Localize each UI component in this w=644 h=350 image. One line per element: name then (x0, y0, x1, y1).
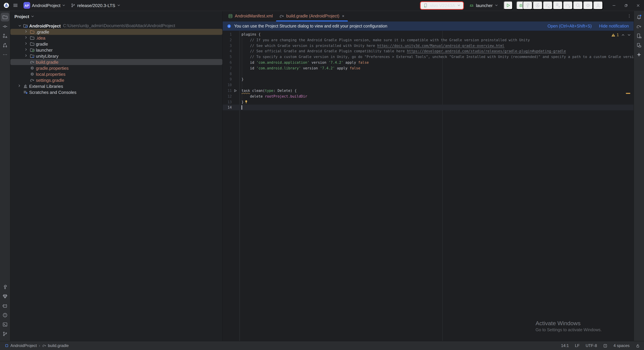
chevron-right-icon[interactable] (24, 48, 29, 52)
previous-problem-icon[interactable] (621, 33, 625, 37)
project-widget[interactable]: AP AndroidProject (22, 1, 68, 10)
banner-hide-link[interactable]: Hide notification (599, 24, 629, 28)
next-problem-icon[interactable] (627, 33, 631, 37)
tool-stripe-app-quality-insights-button[interactable] (1, 292, 10, 301)
project-view-header[interactable]: Project (10, 11, 222, 22)
tree-item-local-properties[interactable]: local.properties (10, 71, 222, 77)
breadcrumb-label: build.gradle (48, 343, 68, 348)
lock-open-icon[interactable] (636, 344, 640, 348)
tool-stripe-more-tool-windows-button[interactable] (1, 50, 10, 59)
tool-stripe-gemini-button[interactable] (634, 50, 643, 59)
gutter-line-2[interactable]: 2 (223, 37, 240, 43)
tree-item-external-libraries[interactable]: External Libraries (10, 83, 222, 89)
gutter-line-12[interactable]: 12 (223, 93, 240, 99)
gutter-line-10[interactable]: 10 (223, 82, 240, 88)
build-icon (2, 284, 8, 290)
settings-button[interactable] (583, 1, 593, 10)
code-editor[interactable]: 1plugins {2 // If you are changing the A… (223, 31, 634, 341)
tool-stripe-gradle-button[interactable] (634, 22, 643, 31)
tool-stripe-running-devices-button[interactable] (634, 31, 643, 40)
terminal-icon (2, 322, 8, 327)
run-button[interactable] (503, 1, 513, 10)
gutter-line-5[interactable]: 5 (223, 54, 240, 60)
chevron-right-icon[interactable] (24, 36, 29, 39)
tool-stripe-notifications-button[interactable] (634, 13, 643, 21)
tree-item--gradle[interactable]: .gradle (10, 29, 222, 35)
gutter-line-13[interactable]: 13 (223, 99, 240, 105)
main-menu-button[interactable] (11, 2, 20, 9)
gutter-line-4[interactable]: 4 (223, 48, 240, 54)
profiler-button[interactable] (553, 1, 563, 10)
chevron-right-icon[interactable] (24, 54, 29, 58)
code-text: } (240, 77, 244, 82)
tree-item-androidproject[interactable]: AndroidProjectC:\Users\urdp_admin\Docume… (10, 23, 222, 29)
run-configuration-selector[interactable]: launcher (467, 2, 500, 9)
tab-options-button[interactable] (627, 11, 632, 21)
gutter-line-8[interactable]: 8 (223, 71, 240, 77)
device-manager-icon (636, 42, 642, 48)
caret-position[interactable]: 14:1 (561, 343, 569, 348)
tree-item-launcher[interactable]: launcher (10, 47, 222, 53)
gutter-line-14[interactable]: 14 (223, 105, 240, 110)
tree-item-label: build.gradle (36, 59, 58, 64)
gutter-line-3[interactable]: 3 (223, 43, 240, 48)
gutter-line-6[interactable]: 6 (223, 60, 240, 65)
gutter-line-1[interactable]: 1 (223, 31, 240, 37)
tool-stripe-commit-button[interactable] (1, 22, 10, 31)
chevron-right-icon[interactable] (24, 42, 29, 46)
scrollbar-warning-mark[interactable] (626, 93, 630, 94)
build-hammer-button[interactable] (522, 1, 533, 10)
tool-stripe-build-button[interactable] (1, 283, 10, 291)
run-gutter-icon[interactable] (234, 88, 237, 94)
sync-project-button[interactable] (533, 1, 543, 10)
editor-tab-androidmanifest-xml[interactable]: AndroidManifest.xml (225, 11, 276, 21)
run-configuration-name: launcher (476, 3, 493, 8)
tree-item-build-gradle[interactable]: build.gradle (10, 59, 222, 65)
tool-stripe-version-control-button[interactable] (1, 330, 10, 338)
file-encoding[interactable]: UTF-8 (586, 343, 597, 348)
tool-stripe-project-button[interactable] (1, 13, 10, 21)
recent-changes-button[interactable] (543, 1, 553, 10)
text-caret (242, 105, 242, 110)
tree-item-gradle-properties[interactable]: gradle.properties (10, 65, 222, 71)
tree-item-unitylibrary[interactable]: unityLibrary (10, 53, 222, 59)
gutter-line-9[interactable]: 9 (223, 77, 240, 82)
tool-stripe-logcat-button[interactable] (1, 301, 10, 310)
banner-open-link[interactable]: Open (Ctrl+Alt+Shift+S) (548, 24, 592, 28)
chevron-right-icon[interactable] (17, 84, 22, 88)
gradle-sync-button[interactable] (563, 1, 573, 10)
line-number: 4 (223, 48, 240, 54)
window-minimize-button[interactable] (608, 0, 620, 11)
intention-lightbulb-icon[interactable] (244, 100, 248, 104)
device-selector[interactable]: vivo V2243A (420, 1, 464, 9)
tab-close-icon[interactable]: × (342, 14, 344, 18)
tool-stripe-device-manager-button[interactable] (634, 41, 643, 50)
inspections-widget[interactable]: 1 (611, 32, 631, 37)
tool-stripe-structure-button[interactable] (1, 31, 10, 40)
window-close-button[interactable] (632, 0, 644, 11)
tree-item-scratches-and-consoles[interactable]: Scratches and Consoles (10, 89, 222, 95)
vcs-branch-widget[interactable]: release/2020.3-LTS (69, 2, 122, 9)
module-square-icon (5, 344, 9, 348)
tool-stripe-problems-button[interactable] (1, 311, 10, 320)
tool-stripe-terminal-button[interactable] (1, 320, 10, 329)
chevron-right-icon[interactable] (24, 30, 29, 33)
account-button[interactable] (593, 1, 603, 10)
indent-size[interactable]: 4 spaces (614, 343, 630, 348)
window-restore-button[interactable] (620, 0, 632, 11)
breadcrumb-item-build-gradle[interactable]: build.gradle (42, 343, 68, 348)
gutter-line-7[interactable]: 7 (223, 65, 240, 71)
gutter-line-11[interactable]: 11 (223, 88, 240, 93)
breadcrumb-item-androidproject[interactable]: AndroidProject (5, 343, 37, 348)
tree-item-settings-gradle[interactable]: settings.gradle (10, 77, 222, 83)
highlighting-level-icon[interactable] (603, 344, 608, 348)
tool-stripe-pull-requests-button[interactable] (1, 41, 10, 50)
editor-tab-build-gradle-androidproject-[interactable]: build.gradle (AndroidProject)× (276, 11, 348, 21)
line-number: 14 (223, 105, 240, 110)
tree-item-gradle[interactable]: gradle (10, 41, 222, 47)
tree-item--idea[interactable]: .idea (10, 35, 222, 41)
line-number: 2 (223, 37, 240, 43)
search-button[interactable] (573, 1, 583, 10)
chevron-down-icon[interactable] (17, 24, 22, 27)
line-separator[interactable]: LF (575, 343, 580, 348)
